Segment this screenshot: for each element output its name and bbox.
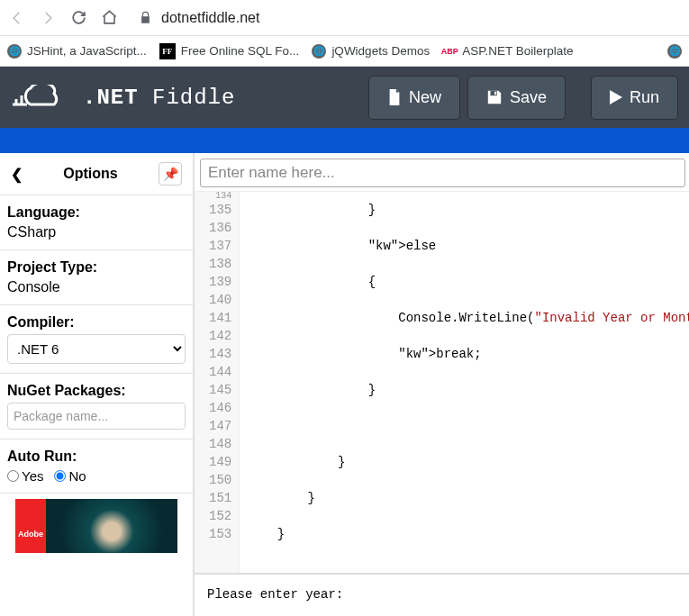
compiler-select[interactable]: .NET 6 [7,334,186,364]
globe-icon: 🌐 [667,44,682,59]
bookmark-overflow[interactable]: 🌐 [667,44,682,59]
nuget-label: NuGet Packages: [7,383,186,399]
file-icon [387,89,402,105]
reload-button[interactable] [68,8,88,28]
options-header: ❮ Options 📌 [0,153,193,195]
home-button[interactable] [99,8,119,28]
bookmark-jshint[interactable]: 🌐 JSHint, a JavaScript... [7,44,147,59]
globe-icon: 🌐 [312,44,326,59]
new-button[interactable]: New [368,76,460,120]
lock-icon [139,11,152,24]
bookmark-aspnet[interactable]: ABP ASP.NET Boilerplate [442,44,573,59]
autorun-yes[interactable]: Yes [7,468,43,484]
code-editor[interactable]: 1341351361371381391401411421431441451461… [195,191,689,573]
play-icon [610,90,622,104]
autorun-section: Auto Run: Yes No [0,439,193,494]
advertisement[interactable]: Adobe [15,499,177,553]
save-button[interactable]: Save [467,76,566,120]
bookmark-jqwidgets[interactable]: 🌐 jQWidgets Demos [312,44,430,59]
save-button-label: Save [510,88,547,107]
address-bar[interactable]: dotnetfiddle.net [139,10,682,26]
save-icon [486,89,503,105]
app-header: .NET Fiddle New Save Run [0,67,689,128]
logo[interactable]: .NET Fiddle [11,85,361,110]
output-text: Please enter year: [207,587,343,602]
language-label: Language: [7,204,186,221]
nuget-input[interactable] [7,403,186,430]
run-button-label: Run [630,88,659,107]
main-area: ❮ Options 📌 Language: CSharp Project Typ… [0,153,689,616]
autorun-label: Auto Run: [7,448,186,465]
options-title: Options [63,166,117,182]
sidebar: ❮ Options 📌 Language: CSharp Project Typ… [0,153,195,616]
pin-button[interactable]: 📌 [159,162,182,186]
svg-rect-1 [494,92,496,95]
bookmarks-bar: 🌐 JSHint, a JavaScript... FF Free Online… [0,36,689,67]
language-section: Language: CSharp [0,195,193,250]
logo-text-net: .NET [83,86,139,110]
autorun-no[interactable]: No [54,468,86,484]
bookmark-label: jQWidgets Demos [331,44,430,58]
globe-icon: 🌐 [7,44,22,59]
compiler-label: Compiler: [7,314,186,331]
browser-toolbar: dotnetfiddle.net [0,0,689,36]
ad-image [46,499,177,553]
fiddle-name-input[interactable] [200,159,685,187]
language-value[interactable]: CSharp [7,224,186,240]
bookmark-label: JSHint, a JavaScript... [27,44,147,58]
output-panel: Please enter year: [195,573,689,616]
forward-button[interactable] [38,8,58,28]
code-area[interactable]: } "kw">else { Console.WriteLine("Invalid… [240,192,689,573]
run-button[interactable]: Run [591,76,678,120]
compiler-section: Compiler: .NET 6 [0,305,193,374]
banner-strip [0,128,689,153]
bookmark-label: Free Online SQL Fo... [181,44,300,58]
ff-icon: FF [159,43,176,59]
collapse-sidebar-icon[interactable]: ❮ [11,166,23,183]
logo-text-fiddle: Fiddle [152,86,235,110]
bookmark-label: ASP.NET Boilerplate [462,44,573,58]
project-type-value[interactable]: Console [7,279,186,295]
back-button[interactable] [7,8,27,28]
project-type-label: Project Type: [7,259,186,276]
bookmark-sql[interactable]: FF Free Online SQL Fo... [159,43,300,59]
adobe-logo: Adobe [15,499,46,553]
new-button-label: New [409,88,441,107]
content-area: 1341351361371381391401411421431441451461… [195,153,689,616]
nuget-section: NuGet Packages: [0,374,193,439]
abp-icon: ABP [442,44,457,59]
url-text: dotnetfiddle.net [161,10,259,26]
cloud-icon [11,85,74,110]
line-gutter: 1341351361371381391401411421431441451461… [195,192,240,573]
project-type-section: Project Type: Console [0,250,193,305]
